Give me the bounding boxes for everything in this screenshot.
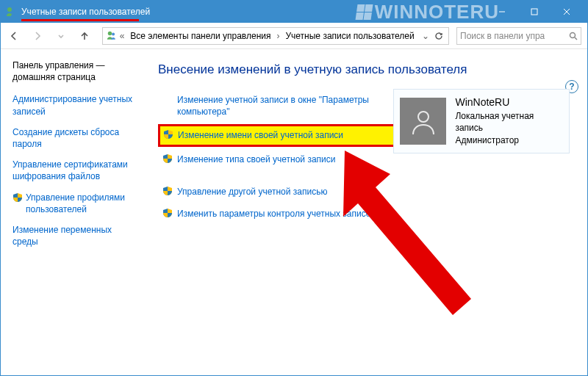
sidebar-item-label: Создание дискеты сброса пароля (12, 126, 133, 150)
content: Внесение изменений в учетную запись поль… (140, 49, 587, 375)
sidebar-item-label: Изменение переменных среды (12, 224, 133, 247)
watermark: WINNOTERU (356, 1, 499, 24)
back-button[interactable] (4, 26, 24, 46)
svg-line-9 (575, 37, 577, 40)
windows-logo-icon (355, 4, 373, 20)
window-controls (486, 1, 583, 23)
shield-icon (162, 153, 173, 164)
breadcrumb-overflow[interactable]: « (118, 31, 126, 41)
search-placeholder: Поиск в панели упра (460, 31, 545, 41)
action-list: Изменение учетной записи в окне "Парамет… (158, 90, 408, 223)
user-role: Администратор (455, 134, 563, 147)
sidebar: Панель управления — домашняя страница Ад… (1, 49, 140, 375)
close-button[interactable] (551, 1, 583, 23)
avatar (400, 98, 446, 145)
action-link[interactable]: Изменение имени своей учетной записи (158, 124, 408, 146)
user-type: Локальная учетная запись (455, 110, 563, 135)
refresh-button[interactable] (432, 32, 445, 40)
action-link[interactable]: Управление другой учетной записью (158, 182, 408, 201)
control-panel-home-link[interactable]: Панель управления — домашняя страница (12, 59, 133, 83)
users-icon (106, 30, 117, 42)
underline-annotation (21, 19, 139, 21)
sidebar-item[interactable]: Управление профилями пользователей (12, 192, 133, 215)
minimize-button[interactable] (486, 1, 518, 23)
action-label: Изменение типа своей учетной записи (177, 153, 335, 165)
history-button[interactable] (51, 26, 71, 46)
chevron-down-icon[interactable]: ⌄ (420, 31, 431, 41)
shield-icon (163, 129, 173, 140)
sidebar-item-label: Администрирование учетных записей (12, 93, 133, 117)
svg-point-1 (12, 9, 15, 12)
svg-rect-3 (531, 9, 537, 15)
action-label: Изменить параметры контроля учетных запи… (177, 208, 376, 220)
action-link[interactable]: Изменить параметры контроля учетных запи… (158, 204, 408, 223)
shield-icon (162, 208, 173, 218)
action-label: Управление другой учетной записью (177, 186, 327, 198)
svg-point-6 (108, 31, 112, 35)
window: Учетные записи пользователей WINNOTERU (0, 0, 588, 376)
shield-icon (12, 192, 23, 203)
page-title: Внесение изменений в учетную запись поль… (158, 62, 576, 77)
titlebar: Учетные записи пользователей WINNOTERU (1, 1, 587, 23)
search-icon (569, 32, 578, 40)
watermark-text: WINNOTERU (375, 1, 499, 24)
sidebar-item-label: Управление сертификатами шифрования файл… (12, 159, 133, 182)
toolbar: « Все элементы панели управления › Учетн… (1, 23, 587, 49)
action-link[interactable]: Изменение типа своей учетной записи (158, 150, 408, 169)
action-link[interactable]: Изменение учетной записи в окне "Парамет… (158, 90, 408, 121)
forward-button[interactable] (27, 26, 48, 46)
sidebar-item-label: Управление профилями пользователей (26, 192, 133, 215)
user-card: WinNoteRU Локальная учетная запись Админ… (393, 89, 570, 153)
search-input[interactable]: Поиск в панели упра (456, 27, 581, 45)
action-label: Изменение учетной записи в окне "Парамет… (177, 94, 404, 118)
breadcrumb-item[interactable]: Учетные записи пользователей (282, 31, 417, 41)
action-label: Изменение имени своей учетной записи (178, 129, 343, 141)
svg-point-7 (112, 32, 115, 35)
maximize-button[interactable] (518, 1, 551, 23)
chevron-right-icon: › (275, 31, 281, 41)
sidebar-item[interactable]: Изменение переменных среды (12, 224, 133, 247)
user-name: WinNoteRU (455, 95, 563, 110)
up-button[interactable] (74, 26, 95, 46)
sidebar-item[interactable]: Управление сертификатами шифрования файл… (12, 159, 133, 182)
svg-point-10 (418, 112, 429, 122)
sidebar-item[interactable]: Администрирование учетных записей (12, 93, 133, 117)
breadcrumb-item[interactable]: Все элементы панели управления (127, 31, 273, 41)
svg-point-8 (570, 32, 576, 37)
user-info: WinNoteRU Локальная учетная запись Админ… (455, 95, 563, 147)
users-icon (5, 6, 17, 18)
svg-point-0 (7, 7, 12, 12)
shield-icon (162, 186, 173, 196)
sidebar-item[interactable]: Создание дискеты сброса пароля (12, 126, 133, 150)
breadcrumb[interactable]: « Все элементы панели управления › Учетн… (102, 27, 449, 45)
body: ? Панель управления — домашняя страница … (1, 49, 587, 375)
window-title: Учетные записи пользователей (21, 7, 150, 17)
